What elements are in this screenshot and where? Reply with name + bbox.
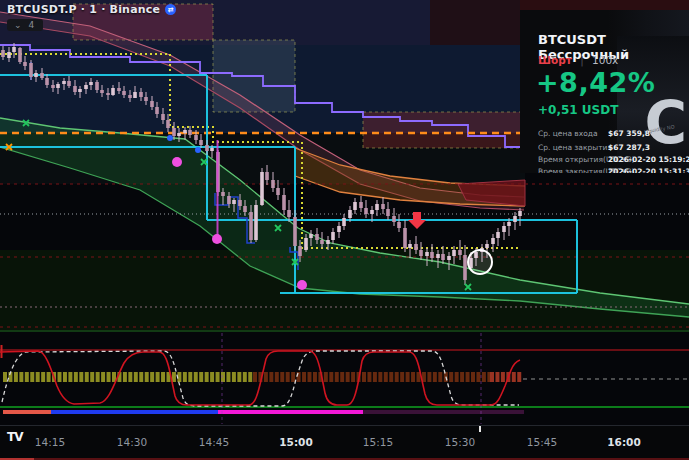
trading-terminal: BTCUSDT.P · 1 · Binance ⇄ ⌄ 4 C Liquidit… xyxy=(0,0,689,460)
tradingview-logo[interactable]: TV xyxy=(7,430,22,444)
time-label: 14:30 xyxy=(117,436,147,448)
pair-logo-icon[interactable]: ⇄ xyxy=(165,4,176,15)
side-separator: | xyxy=(580,54,584,66)
oscillator-panel xyxy=(0,331,689,424)
pnl-percent: +8,42% xyxy=(536,67,655,98)
position-side-badge: Шорт xyxy=(538,54,572,66)
indicators-collapse-toggle[interactable]: ⌄ 4 xyxy=(7,19,43,31)
magenta-dot-marker xyxy=(297,280,307,290)
position-card: C Liquidity NO BTCUSDT Бессрочный Шорт |… xyxy=(520,10,689,173)
pnl-usdt: +0,51 USDT xyxy=(538,103,618,117)
time-label: 14:15 xyxy=(35,436,65,448)
time-label: 16:00 xyxy=(607,436,640,448)
time-label: 15:00 xyxy=(279,436,312,448)
time-label: 14:45 xyxy=(199,436,229,448)
crosshair-time-tick xyxy=(479,426,481,432)
blue-dot-marker xyxy=(195,147,201,153)
time-label: 15:45 xyxy=(527,436,557,448)
symbol-title[interactable]: BTCUSDT.P · 1 · Binance xyxy=(7,3,160,16)
highlight-circle xyxy=(468,250,492,274)
time-label: 15:15 xyxy=(363,436,393,448)
time-label: 15:30 xyxy=(445,436,475,448)
sell-arrow-icon xyxy=(408,212,426,229)
close-time-row: Время закрытия(UTC+3)2026-02-20 15:31:36 xyxy=(538,167,684,173)
entry-price-row: Ср. цена входа$67 359,8 xyxy=(538,129,684,138)
close-price-row: Ср. цена закрытия$67 287,3 xyxy=(538,143,684,152)
time-axis[interactable]: TV 14:1514:3014:4515:0015:1515:3015:4516… xyxy=(0,425,689,460)
blue-dot-marker xyxy=(167,135,173,141)
open-time-row: Время открытия(UTC+3)2026-02-20 15:19:27 xyxy=(538,155,684,164)
leverage-badge: 100x xyxy=(592,54,618,66)
magenta-dot-marker xyxy=(172,157,182,167)
magenta-dot-marker xyxy=(212,234,222,244)
